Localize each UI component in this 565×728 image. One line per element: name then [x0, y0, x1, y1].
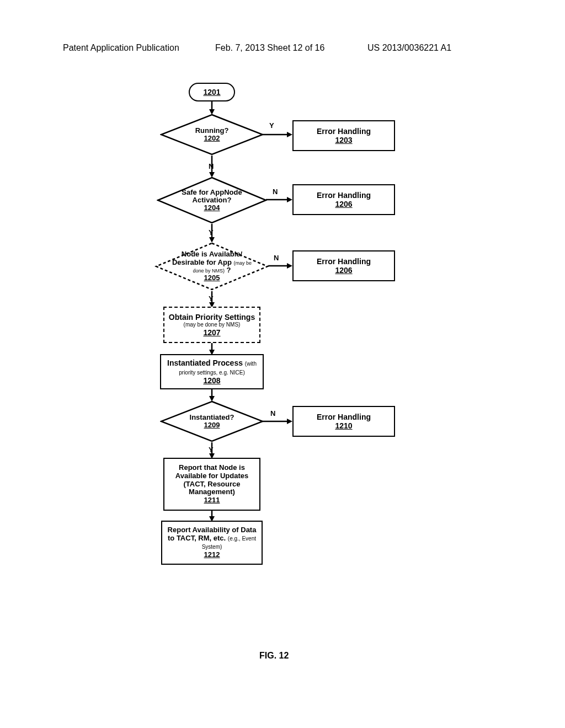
nodeavail-ref: 1205: [204, 274, 220, 282]
report-node-l2: Available for Updates: [175, 472, 248, 480]
err1210-label: Error Handling: [317, 413, 371, 421]
node-report-data-1212: Report Availability of Data to TACT, RM,…: [161, 521, 263, 565]
edge-1204-1205-label: Y: [209, 228, 214, 237]
safe-label-2: Activation?: [193, 196, 232, 204]
err1206b-label: Error Handling: [317, 257, 371, 266]
page-header-center: Feb. 7, 2013 Sheet 12 of 16: [215, 43, 324, 53]
err1203-ref: 1203: [335, 136, 352, 144]
edge-1202-1204-label: N: [209, 162, 214, 170]
node-decision-nodeavail-1205: Node is Available/ Desirable for App (ma…: [154, 242, 269, 291]
edge-1205-1206b-label: N: [274, 254, 279, 262]
safe-label-1: Safe for AppNode: [182, 188, 242, 196]
node-decision-running-1202: Running? 1202: [160, 114, 264, 156]
node-instantiated-process-1208: Instantiated Process (with priority sett…: [160, 354, 264, 389]
figure-label: FIG. 12: [259, 651, 289, 661]
nodeavail-l1: Node is Available/: [182, 250, 242, 258]
edge-1209-1210: [263, 418, 292, 426]
page: Patent Application Publication Feb. 7, 2…: [0, 0, 565, 728]
report-node-ref: 1211: [204, 496, 220, 505]
obtain-priority-small: (may be done by NMS): [184, 322, 241, 328]
report-data-l2: to TACT, RM, etc.: [168, 534, 226, 542]
edge-1202-1203: [263, 131, 292, 139]
nodeavail-q: ?: [227, 266, 231, 274]
report-data-ref: 1212: [204, 551, 220, 559]
report-data-l1: Report Availability of Data: [168, 526, 257, 534]
svg-marker-14: [287, 263, 292, 269]
edge-1209-1211-label: Y: [209, 446, 214, 454]
edge-1205-1206b: [268, 263, 292, 270]
inst-process-label: Instantiated Process: [167, 358, 243, 367]
svg-marker-9: [287, 197, 292, 202]
edge-1204-1206a-label: N: [273, 188, 278, 196]
err1206b-ref: 1206: [335, 266, 352, 275]
node-obtain-priority-1207: Obtain Priority Settings (may be done by…: [163, 307, 260, 343]
node-decision-safe-1204: Safe for AppNode Activation? 1204: [157, 176, 267, 224]
nodeavail-l2: Desirable for App: [172, 258, 232, 266]
edge-1205-1207-label: Y: [209, 295, 214, 303]
report-node-l3: (TACT, Resource: [183, 480, 240, 489]
report-node-l1: Report that Node is: [179, 464, 245, 472]
edge-1207-1208: [207, 343, 216, 355]
page-header-left: Patent Application Publication: [63, 43, 179, 53]
edge-1201-1202: [207, 101, 216, 115]
err1210-ref: 1210: [335, 421, 352, 430]
edge-1208-1209: [207, 389, 216, 402]
node-error-1206b: Error Handling 1206: [292, 250, 395, 281]
flowchart: 1201 Running? 1202 Y Error Handling 1203: [149, 83, 458, 634]
start-ref: 1201: [203, 88, 220, 97]
instantiated-label: Instantiated?: [190, 413, 234, 421]
edge-1202-1203-label: Y: [269, 121, 274, 130]
edge-1209-1210-label: N: [270, 409, 275, 417]
err1206a-label: Error Handling: [317, 191, 371, 200]
inst-process-ref: 1208: [203, 376, 220, 385]
node-start-1201: 1201: [189, 83, 235, 101]
err1203-label: Error Handling: [317, 127, 371, 136]
node-report-node-1211: Report that Node is Available for Update…: [163, 458, 260, 511]
svg-marker-23: [287, 419, 292, 424]
err1206a-ref: 1206: [335, 200, 352, 208]
edge-1204-1206a: [266, 196, 292, 204]
node-decision-instantiated-1209: Instantiated? 1209: [160, 400, 264, 442]
running-ref: 1202: [204, 134, 220, 142]
instantiated-ref: 1209: [204, 421, 220, 429]
obtain-priority-label: Obtain Priority Settings: [169, 313, 255, 322]
running-label: Running?: [195, 126, 229, 135]
node-error-1206a: Error Handling 1206: [292, 184, 395, 215]
obtain-priority-ref: 1207: [203, 328, 220, 337]
svg-marker-4: [287, 132, 292, 137]
node-error-1203: Error Handling 1203: [292, 120, 395, 151]
safe-ref: 1204: [204, 204, 220, 212]
node-error-1210: Error Handling 1210: [292, 406, 395, 437]
page-header-right: US 2013/0036221 A1: [367, 43, 451, 53]
report-node-l4: Management): [189, 488, 235, 496]
edge-1211-1212: [207, 511, 216, 522]
